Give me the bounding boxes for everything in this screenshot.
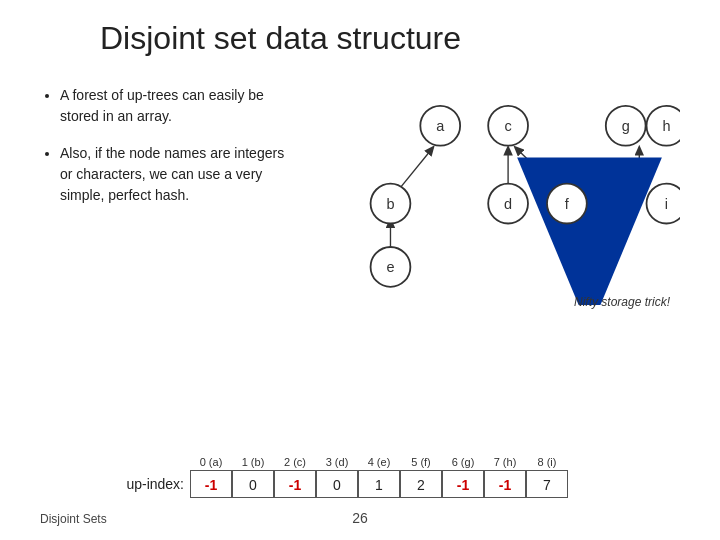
index-header-cell: 3 (d) xyxy=(316,456,358,468)
index-header-cell: 5 (f) xyxy=(400,456,442,468)
bullet-2: Also, if the node names are integers or … xyxy=(60,143,300,206)
edge-b-a xyxy=(398,147,433,190)
index-table: 0 (a)1 (b)2 (c)3 (d)4 (e)5 (f)6 (g)7 (h)… xyxy=(100,456,710,498)
index-header-cell: 2 (c) xyxy=(274,456,316,468)
index-label: up-index: xyxy=(100,476,184,492)
index-header-cell: 6 (g) xyxy=(442,456,484,468)
bullet-1: A forest of up-trees can easily be store… xyxy=(60,85,300,127)
index-header-row: 0 (a)1 (b)2 (c)3 (d)4 (e)5 (f)6 (g)7 (h)… xyxy=(190,456,568,468)
node-h-label: h xyxy=(662,118,670,134)
index-value-cell: 7 xyxy=(526,470,568,498)
index-value-cell: -1 xyxy=(190,470,232,498)
content-area: A forest of up-trees can easily be store… xyxy=(40,75,680,309)
node-c-label: c xyxy=(504,118,511,134)
index-value-cell: -1 xyxy=(484,470,526,498)
nifty-label: Nifty storage trick! xyxy=(574,295,670,309)
index-value-cell: 0 xyxy=(232,470,274,498)
index-header-cell: 4 (e) xyxy=(358,456,400,468)
bullet-points: A forest of up-trees can easily be store… xyxy=(40,75,300,222)
slide-title: Disjoint set data structure xyxy=(100,20,680,57)
node-b-label: b xyxy=(386,196,394,212)
index-header-cell: 7 (h) xyxy=(484,456,526,468)
index-value-cell: 2 xyxy=(400,470,442,498)
index-header-cell: 0 (a) xyxy=(190,456,232,468)
index-header-cell: 1 (b) xyxy=(232,456,274,468)
index-data-row: up-index: -10-1012-1-17 xyxy=(100,470,568,498)
footer-label: Disjoint Sets xyxy=(40,512,107,526)
slide: Disjoint set data structure A forest of … xyxy=(0,0,720,540)
index-value-cell: 0 xyxy=(316,470,358,498)
node-d-label: d xyxy=(504,196,512,212)
node-a-label: a xyxy=(436,118,445,134)
tree-svg: a b c d e f g h xyxy=(300,75,680,305)
index-header-cell: 8 (i) xyxy=(526,456,568,468)
index-value-cell: -1 xyxy=(274,470,316,498)
page-number: 26 xyxy=(352,510,368,526)
index-value-cell: 1 xyxy=(358,470,400,498)
node-g-label: g xyxy=(622,118,630,134)
index-value-cell: -1 xyxy=(442,470,484,498)
edge-f-c xyxy=(515,147,560,190)
node-e-label: e xyxy=(386,259,394,275)
node-i xyxy=(647,184,680,224)
diagram-area: a b c d e f g h xyxy=(300,75,680,309)
node-i-label: i xyxy=(665,196,668,212)
